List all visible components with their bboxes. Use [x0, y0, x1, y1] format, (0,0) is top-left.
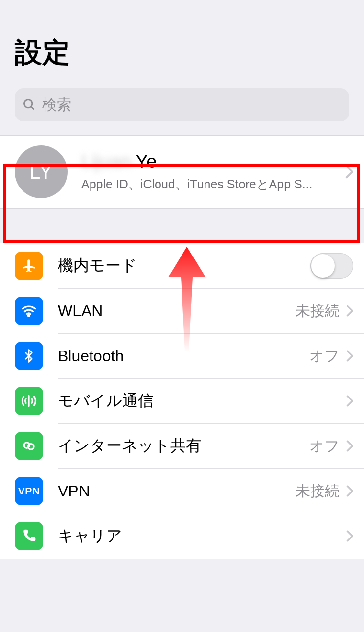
row-label: Bluetooth	[58, 347, 309, 365]
chevron-right-icon	[346, 485, 353, 497]
svg-point-2	[28, 315, 30, 317]
search-icon	[23, 98, 36, 112]
row-wlan[interactable]: WLAN 未接続	[0, 288, 364, 333]
search-input[interactable]: 検索	[15, 88, 349, 121]
page-title: 設定	[15, 34, 349, 71]
row-bluetooth[interactable]: Bluetooth オフ	[0, 333, 364, 378]
row-hotspot[interactable]: インターネット共有 オフ	[0, 423, 364, 468]
row-value	[281, 526, 340, 546]
chevron-right-icon	[346, 305, 353, 317]
account-subtitle: Apple ID、iCloud、iTunes StoreとApp S...	[81, 176, 341, 192]
row-carrier[interactable]: キャリア	[0, 514, 364, 559]
chevron-right-icon	[345, 165, 353, 179]
row-label: モバイル通信	[58, 390, 342, 412]
cellular-icon	[15, 387, 43, 415]
chevron-right-icon	[346, 395, 353, 407]
row-airplane[interactable]: 機内モード	[0, 243, 364, 288]
avatar: LY	[15, 145, 68, 198]
row-value: オフ	[309, 436, 340, 456]
row-label: キャリア	[58, 525, 281, 547]
chevron-right-icon	[346, 350, 353, 362]
account-row[interactable]: LY Lijuan Ye Apple ID、iCloud、iTunes Stor…	[0, 136, 364, 208]
hotspot-icon	[15, 432, 43, 460]
row-value: 未接続	[296, 301, 340, 321]
row-vpn[interactable]: VPN VPN 未接続	[0, 468, 364, 514]
row-label: WLAN	[58, 302, 296, 320]
svg-line-1	[31, 107, 34, 110]
svg-point-0	[24, 100, 32, 108]
svg-point-5	[28, 444, 34, 449]
row-value: オフ	[309, 346, 340, 366]
chevron-right-icon	[346, 530, 353, 542]
row-cellular[interactable]: モバイル通信	[0, 378, 364, 423]
account-name: Lijuan Ye	[81, 151, 341, 172]
row-value: 未接続	[296, 481, 340, 501]
vpn-icon: VPN	[15, 477, 43, 505]
phone-icon	[15, 522, 43, 550]
airplane-icon	[15, 252, 43, 280]
search-placeholder: 検索	[42, 95, 71, 115]
wifi-icon	[15, 297, 43, 325]
airplane-toggle[interactable]	[310, 253, 353, 279]
row-label: 機内モード	[58, 255, 310, 277]
chevron-right-icon	[346, 440, 353, 452]
row-label: VPN	[58, 482, 296, 500]
row-label: インターネット共有	[58, 435, 309, 457]
bluetooth-icon	[15, 342, 43, 370]
